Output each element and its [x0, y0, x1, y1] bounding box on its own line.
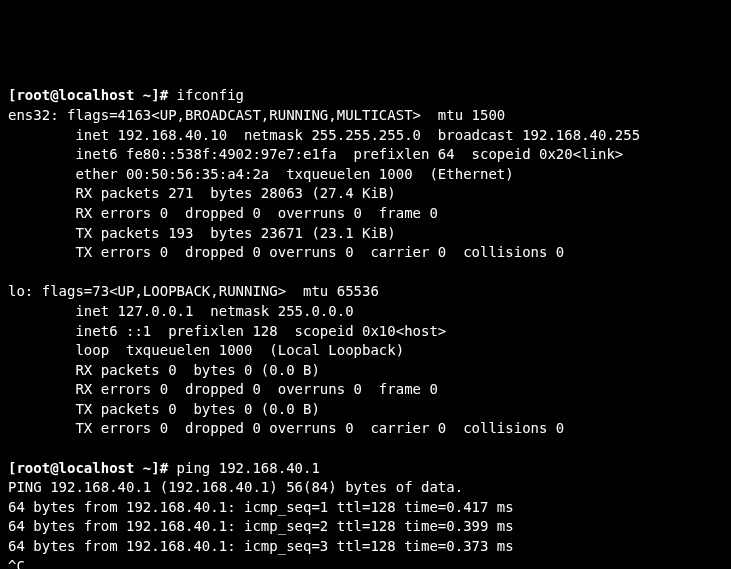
output-line: RX packets 271 bytes 28063 (27.4 KiB)	[8, 185, 396, 201]
output-line: inet 192.168.40.10 netmask 255.255.255.0…	[8, 127, 640, 143]
output-line: RX packets 0 bytes 0 (0.0 B)	[8, 362, 320, 378]
output-line: loop txqueuelen 1000 (Local Loopback)	[8, 342, 404, 358]
output-line: TX errors 0 dropped 0 overruns 0 carrier…	[8, 244, 564, 260]
terminal-output[interactable]: [root@localhost ~]# ifconfig ens32: flag…	[8, 86, 723, 569]
shell-prompt: [root@localhost ~]#	[8, 460, 177, 476]
output-line: ens32: flags=4163<UP,BROADCAST,RUNNING,M…	[8, 107, 505, 123]
shell-prompt: [root@localhost ~]#	[8, 87, 177, 103]
output-line: ^C	[8, 558, 25, 569]
output-line: RX errors 0 dropped 0 overruns 0 frame 0	[8, 381, 438, 397]
output-line: PING 192.168.40.1 (192.168.40.1) 56(84) …	[8, 479, 463, 495]
output-line: 64 bytes from 192.168.40.1: icmp_seq=2 t…	[8, 518, 514, 534]
output-line: inet 127.0.0.1 netmask 255.0.0.0	[8, 303, 354, 319]
output-line: ether 00:50:56:35:a4:2a txqueuelen 1000 …	[8, 166, 514, 182]
output-line: lo: flags=73<UP,LOOPBACK,RUNNING> mtu 65…	[8, 283, 379, 299]
output-line: TX packets 0 bytes 0 (0.0 B)	[8, 401, 320, 417]
command-text: ping 192.168.40.1	[177, 460, 320, 476]
output-line: 64 bytes from 192.168.40.1: icmp_seq=3 t…	[8, 538, 514, 554]
output-line: RX errors 0 dropped 0 overruns 0 frame 0	[8, 205, 438, 221]
output-line: 64 bytes from 192.168.40.1: icmp_seq=1 t…	[8, 499, 514, 515]
output-line: inet6 ::1 prefixlen 128 scopeid 0x10<hos…	[8, 323, 446, 339]
output-line: inet6 fe80::538f:4902:97e7:e1fa prefixle…	[8, 146, 623, 162]
command-text: ifconfig	[177, 87, 244, 103]
output-line: TX packets 193 bytes 23671 (23.1 KiB)	[8, 225, 396, 241]
output-line: TX errors 0 dropped 0 overruns 0 carrier…	[8, 420, 564, 436]
